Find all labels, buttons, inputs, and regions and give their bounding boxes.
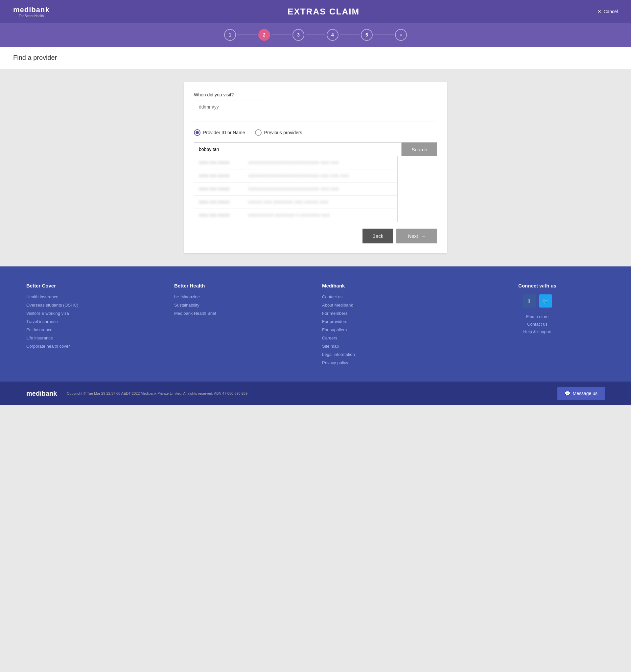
facebook-icon[interactable]: f <box>523 294 536 308</box>
header: medibank For Better Health EXTRAS CLAIM … <box>0 0 631 23</box>
step-circle-5: 5 <box>361 29 373 41</box>
result-id-0: 0000 000 00000 <box>199 160 242 165</box>
result-name-2: XXXXXXXXXXXXXXXXXXXXXXXXX XXX XXX <box>248 187 339 191</box>
footer-help-support[interactable]: Help & support <box>470 329 605 334</box>
footer-main: Better Cover Health insurance Overseas s… <box>0 266 631 382</box>
footer-col-better-health: Better Health be. Magazine Sustainabilit… <box>174 283 309 368</box>
step-circle-3: 3 <box>293 29 304 41</box>
result-id-2: 0000 000 00000 <box>199 187 242 191</box>
connect-links: Find a store Contact us Help & support <box>470 314 605 334</box>
social-icons: f 🐦 <box>470 294 605 308</box>
step-connector-1-2 <box>237 34 257 35</box>
footer-col2-heading: Better Health <box>174 283 309 288</box>
footer-link-privacy[interactable]: Privacy policy <box>322 360 457 365</box>
step-1[interactable]: 1 <box>224 29 236 41</box>
message-us-icon: 💬 <box>564 391 570 396</box>
cancel-button[interactable]: ✕ Cancel <box>598 9 618 14</box>
footer-link-suppliers[interactable]: For suppliers <box>322 327 457 332</box>
form-divider <box>194 121 437 121</box>
result-id-1: 0000 000 00000 <box>199 173 242 178</box>
twitter-icon[interactable]: 🐦 <box>539 294 552 308</box>
footer-col-better-cover: Better Cover Health insurance Overseas s… <box>26 283 161 368</box>
cancel-x-icon: ✕ <box>598 9 601 14</box>
radio-group: Provider ID or Name Previous providers <box>194 129 437 136</box>
step-2[interactable]: 2 <box>258 29 270 41</box>
search-row: Search <box>194 142 437 156</box>
section-title: Find a provider <box>13 54 618 62</box>
footer-link-travel[interactable]: Travel insurance <box>26 319 161 324</box>
step-connector-5-6 <box>374 34 394 35</box>
radio-circle-selected <box>194 129 200 136</box>
footer-link-life[interactable]: Life insurance <box>26 336 161 340</box>
footer-link-health-brief[interactable]: Medibank Health Brief <box>174 311 309 316</box>
step-6[interactable]: ∞ <box>395 29 407 41</box>
next-arrow-icon: → <box>421 233 426 239</box>
footer-link-careers[interactable]: Careers <box>322 336 457 340</box>
footer-link-members[interactable]: For members <box>322 311 457 316</box>
result-name-0: XXXXXXXXXXXXXXXXXXXXXXXXX XXX XXX <box>248 160 339 165</box>
footer-col-connect: Connect with us f 🐦 Find a store Contact… <box>470 283 605 368</box>
step-5[interactable]: 5 <box>361 29 373 41</box>
back-button[interactable]: Back <box>362 229 393 243</box>
visit-date-input[interactable] <box>194 101 266 113</box>
result-row-2[interactable]: 0000 000 00000 XXXXXXXXXXXXXXXXXXXXXXXXX… <box>194 183 397 196</box>
footer-link-contact[interactable]: Contact us <box>322 294 457 299</box>
footer-col1-heading: Better Cover <box>26 283 161 288</box>
result-id-4: 0000 000 00000 <box>199 213 242 218</box>
radio-provider-id[interactable]: Provider ID or Name <box>194 129 245 136</box>
footer-col-medibank: Medibank Contact us About Medibank For m… <box>322 283 457 368</box>
step-circle-6: ∞ <box>395 29 407 41</box>
step-4[interactable]: 4 <box>327 29 338 41</box>
form-card: When did you visit? Provider ID or Name … <box>184 82 447 253</box>
message-us-label: Message us <box>573 391 598 396</box>
footer-link-oshc[interactable]: Overseas students (OSHC) <box>26 303 161 308</box>
footer-link-providers[interactable]: For providers <box>322 319 457 324</box>
footer-link-legal[interactable]: Legal information <box>322 352 457 357</box>
footer-connect-heading: Connect with us <box>470 283 605 288</box>
step-connector-2-3 <box>272 34 291 35</box>
result-row-1[interactable]: 0000 000 00000 XXXXXXXXXXXXXXXXXXXXXXXXX… <box>194 169 397 183</box>
result-name-3: XXXXX XXX XXXXXXX XXX XXXXX XXX <box>248 200 328 205</box>
search-button[interactable]: Search <box>402 142 437 156</box>
nav-buttons: Back Next → <box>194 229 437 243</box>
footer-logo: medibank <box>26 390 57 397</box>
footer-link-pet[interactable]: Pet insurance <box>26 327 161 332</box>
footer-link-corporate[interactable]: Corporate health cover <box>26 344 161 349</box>
step-circle-1: 1 <box>224 29 236 41</box>
footer-link-sitemap[interactable]: Site map <box>322 344 457 349</box>
visit-date-label: When did you visit? <box>194 92 437 97</box>
result-row-3[interactable]: 0000 000 00000 XXXXX XXX XXXXXXX XXX XXX… <box>194 196 397 209</box>
logo-area: medibank For Better Health <box>13 6 50 18</box>
footer-link-about[interactable]: About Medibank <box>322 303 457 308</box>
step-connector-3-4 <box>306 34 325 35</box>
footer-link-sustainability[interactable]: Sustainability <box>174 303 309 308</box>
radio-provider-id-label: Provider ID or Name <box>203 130 245 135</box>
radio-previous-providers-label: Previous providers <box>264 130 302 135</box>
next-label: Next <box>408 233 418 239</box>
radio-previous-providers[interactable]: Previous providers <box>255 129 302 136</box>
radio-circle-unselected <box>255 129 261 136</box>
result-id-3: 0000 000 00000 <box>199 200 242 205</box>
cancel-label: Cancel <box>603 9 618 14</box>
message-us-button[interactable]: 💬 Message us <box>557 387 605 400</box>
step-3[interactable]: 3 <box>293 29 304 41</box>
footer-link-visitors[interactable]: Visitors & working visa <box>26 311 161 316</box>
footer-contact-us[interactable]: Contact us <box>470 322 605 327</box>
section-title-bar: Find a provider <box>0 47 631 69</box>
footer-link-health-insurance[interactable]: Health insurance <box>26 294 161 299</box>
footer-find-store[interactable]: Find a store <box>470 314 605 319</box>
next-button[interactable]: Next → <box>396 229 437 243</box>
results-dropdown[interactable]: 0000 000 00000 XXXXXXXXXXXXXXXXXXXXXXXXX… <box>194 156 398 222</box>
step-circle-4: 4 <box>327 29 338 41</box>
search-input[interactable] <box>194 142 402 156</box>
step-connector-4-5 <box>340 34 359 35</box>
result-name-4: XXXXXXXXX XXXXXXX X XXXXXXX XXX <box>248 213 330 218</box>
footer-link-magazine[interactable]: be. Magazine <box>174 294 309 299</box>
header-title: EXTRAS CLAIM <box>287 6 359 17</box>
result-name-1: XXXXXXXXXXXXXXXXXXXXXXXXX XXX XXX XXX <box>248 173 349 178</box>
result-row-4[interactable]: 0000 000 00000 XXXXXXXXX XXXXXXX X XXXXX… <box>194 209 397 222</box>
result-row-0[interactable]: 0000 000 00000 XXXXXXXXXXXXXXXXXXXXXXXXX… <box>194 156 397 169</box>
footer-col3-heading: Medibank <box>322 283 457 288</box>
footer-bottom: medibank Copyright © Tue Mar 29 12:37:00… <box>0 382 631 405</box>
main-content: When did you visit? Provider ID or Name … <box>0 69 631 266</box>
